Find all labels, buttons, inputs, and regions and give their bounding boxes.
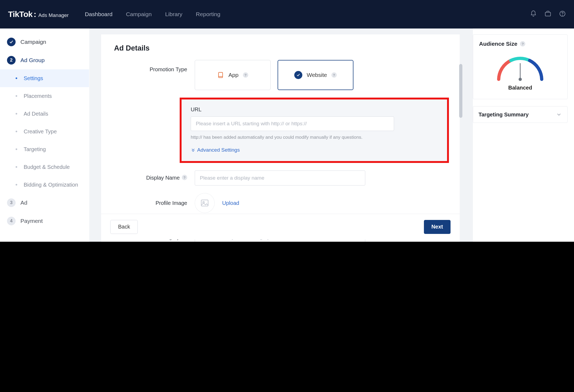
label-text: Profile Image bbox=[155, 200, 187, 206]
right-column: Audience Size ? Balanced bbox=[473, 28, 574, 242]
gauge-icon bbox=[492, 50, 548, 82]
svg-rect-0 bbox=[545, 12, 551, 16]
audience-title: Audience Size bbox=[479, 41, 517, 47]
sidebar-sub-label: Settings bbox=[24, 75, 43, 81]
url-highlight-box: URL http:// has been added automatically… bbox=[180, 98, 449, 163]
nav-reporting[interactable]: Reporting bbox=[196, 11, 220, 17]
main-column: Ad Details Promotion Type bbox=[89, 28, 473, 242]
label-text: Display Name bbox=[146, 175, 180, 181]
help-icon[interactable]: ? bbox=[182, 175, 187, 180]
step-number-badge: 3 bbox=[7, 198, 16, 207]
label-text: Promotion Type bbox=[150, 66, 187, 73]
row-display-name: Display Name ? bbox=[114, 170, 447, 186]
main-card: Ad Details Promotion Type bbox=[101, 34, 460, 242]
gauge-label: Balanced bbox=[508, 85, 532, 91]
nav-library[interactable]: Library bbox=[165, 11, 182, 17]
sidebar-campaign-label: Campaign bbox=[20, 39, 46, 45]
svg-point-2 bbox=[562, 15, 562, 15]
sidebar-sub-bidding[interactable]: Bidding & Optimization bbox=[0, 176, 89, 194]
display-name-input[interactable] bbox=[195, 170, 365, 186]
bullet-icon bbox=[16, 95, 17, 97]
bell-icon[interactable] bbox=[530, 10, 537, 18]
sidebar-sub-label: Creative Type bbox=[24, 129, 57, 135]
sidebar-sub-label: Ad Details bbox=[24, 111, 48, 117]
left-sidebar: Campaign 2 Ad Group Settings Placements bbox=[0, 28, 89, 242]
promo-option-app[interactable]: App ? bbox=[195, 60, 271, 90]
check-icon bbox=[294, 71, 302, 79]
bullet-icon bbox=[16, 131, 17, 132]
promo-option-website[interactable]: Website ? bbox=[278, 60, 353, 90]
bullet-icon bbox=[16, 113, 17, 115]
help-icon[interactable]: ? bbox=[243, 72, 248, 78]
sidebar-sub-label: Budget & Schedule bbox=[24, 164, 70, 170]
help-icon[interactable]: ? bbox=[331, 72, 337, 78]
sidebar-sub-addetails[interactable]: Ad Details bbox=[0, 105, 89, 123]
bullet-icon bbox=[16, 77, 17, 79]
label-promotion-type: Promotion Type bbox=[114, 60, 195, 90]
sidebar-step-ad[interactable]: 3 Ad bbox=[0, 194, 89, 212]
audience-size-card: Audience Size ? Balanced bbox=[473, 34, 568, 99]
url-input[interactable] bbox=[191, 116, 394, 131]
top-icon-group bbox=[530, 10, 566, 18]
brand-logo: TikTok : bbox=[8, 10, 36, 19]
sidebar-sub-settings[interactable]: Settings bbox=[0, 69, 89, 87]
nav-campaign[interactable]: Campaign bbox=[126, 11, 152, 17]
help-icon[interactable]: ? bbox=[520, 41, 525, 47]
app-icon bbox=[217, 72, 224, 79]
briefcase-icon[interactable] bbox=[544, 10, 551, 18]
row-promotion-type: Promotion Type App ? bbox=[114, 60, 447, 90]
next-button[interactable]: Next bbox=[424, 220, 451, 234]
top-navbar: TikTok : Ads Manager Dashboard Campaign … bbox=[0, 0, 574, 28]
chevron-down-icon bbox=[556, 112, 562, 117]
sidebar-sub-targeting[interactable]: Targeting bbox=[0, 140, 89, 158]
profile-thumb-placeholder bbox=[195, 193, 215, 213]
step-number-badge: 4 bbox=[7, 217, 16, 225]
promo-app-label: App bbox=[228, 72, 238, 78]
sidebar-sub-budget[interactable]: Budget & Schedule bbox=[0, 158, 89, 176]
bullet-icon bbox=[16, 148, 17, 150]
sidebar-step-payment[interactable]: 4 Payment bbox=[0, 212, 89, 230]
bullet-icon bbox=[16, 184, 17, 186]
brand-logo-text: TikTok bbox=[8, 10, 33, 19]
footer-bar: Back Next bbox=[101, 214, 460, 240]
upload-link[interactable]: Upload bbox=[222, 200, 239, 206]
promo-web-label: Website bbox=[307, 72, 327, 78]
promo-options: App ? Website ? bbox=[195, 60, 447, 90]
back-button[interactable]: Back bbox=[110, 220, 138, 234]
brand: TikTok : Ads Manager bbox=[8, 10, 69, 19]
url-hint: http:// has been added automatically and… bbox=[191, 135, 438, 140]
targeting-summary-label: Targeting Summary bbox=[479, 112, 529, 118]
brand-subtitle: Ads Manager bbox=[38, 12, 69, 18]
step-number-badge: 2 bbox=[7, 56, 16, 65]
sidebar-sub-label: Placements bbox=[24, 93, 52, 99]
svg-point-8 bbox=[519, 78, 522, 81]
targeting-summary-card[interactable]: Targeting Summary bbox=[473, 106, 568, 123]
image-icon bbox=[200, 198, 209, 208]
nav-dashboard[interactable]: Dashboard bbox=[85, 11, 112, 17]
sidebar-sub-label: Bidding & Optimization bbox=[24, 182, 78, 188]
sidebar-step-campaign[interactable]: Campaign bbox=[0, 33, 89, 51]
svg-rect-3 bbox=[219, 72, 223, 78]
scrollbar-thumb[interactable] bbox=[459, 64, 462, 118]
sidebar-sub-creative[interactable]: Creative Type bbox=[0, 123, 89, 140]
url-label: URL bbox=[191, 106, 438, 113]
double-chevron-down-icon bbox=[191, 148, 196, 152]
advanced-settings-text: Advanced Settings bbox=[197, 147, 240, 153]
sidebar-adgroup-label: Ad Group bbox=[20, 57, 45, 63]
sidebar-sub-label: Targeting bbox=[24, 146, 46, 152]
section-title: Ad Details bbox=[114, 44, 447, 52]
help-icon[interactable] bbox=[559, 10, 566, 18]
check-icon bbox=[7, 38, 16, 46]
sidebar-sub-placements[interactable]: Placements bbox=[0, 87, 89, 105]
top-nav-links: Dashboard Campaign Library Reporting bbox=[85, 11, 220, 17]
bullet-icon bbox=[16, 166, 17, 168]
sidebar-payment-label: Payment bbox=[20, 218, 43, 224]
sidebar-step-adgroup[interactable]: 2 Ad Group bbox=[0, 51, 89, 69]
sidebar-ad-label: Ad bbox=[20, 199, 27, 206]
svg-rect-5 bbox=[201, 200, 208, 206]
url-panel: URL http:// has been added automatically… bbox=[182, 99, 447, 161]
advanced-settings-link[interactable]: Advanced Settings bbox=[191, 147, 438, 153]
brand-colon: : bbox=[34, 10, 36, 19]
row-profile-image: Profile Image Upload bbox=[114, 193, 447, 213]
